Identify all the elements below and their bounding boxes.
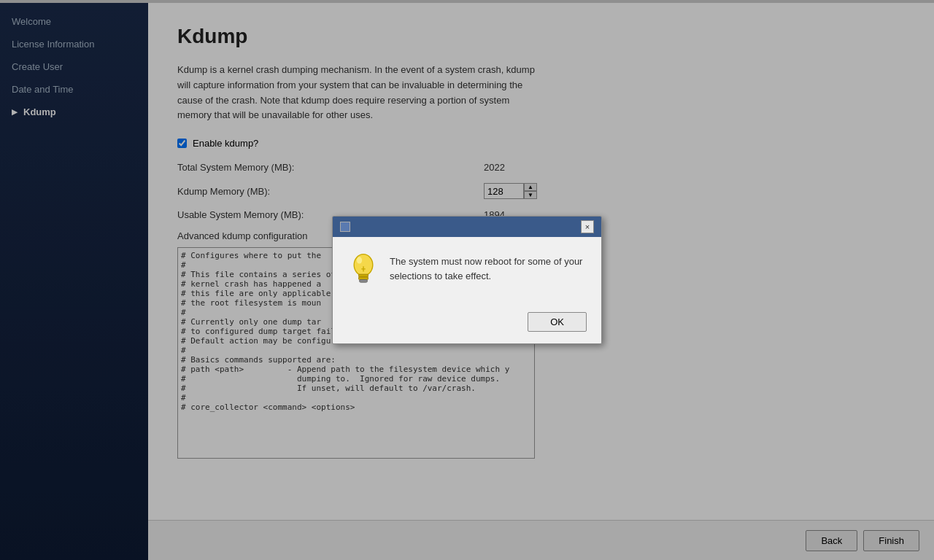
svg-point-0 xyxy=(354,254,373,276)
modal-titlebar-left xyxy=(340,222,350,232)
svg-point-1 xyxy=(357,257,362,263)
svg-rect-3 xyxy=(359,277,368,280)
modal-footer: OK xyxy=(333,306,601,343)
lightbulb-icon xyxy=(347,252,379,292)
modal-titlebar: × xyxy=(333,217,601,237)
modal-title-icon xyxy=(340,222,350,232)
modal-close-button[interactable]: × xyxy=(581,220,594,233)
svg-rect-2 xyxy=(359,274,368,277)
modal-overlay: × The system must now reboot for some of… xyxy=(0,0,934,560)
reboot-modal: × The system must now reboot for some of… xyxy=(332,216,602,344)
modal-message: The system must now reboot for some of y… xyxy=(390,252,587,283)
svg-rect-4 xyxy=(360,280,368,283)
modal-ok-button[interactable]: OK xyxy=(528,312,587,332)
modal-body: The system must now reboot for some of y… xyxy=(333,237,601,306)
